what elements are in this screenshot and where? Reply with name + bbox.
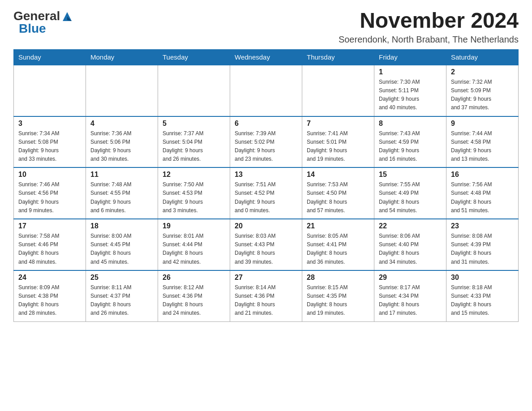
- day-number: 21: [307, 222, 369, 230]
- calendar-week-row: 17Sunrise: 7:58 AM Sunset: 4:46 PM Dayli…: [14, 219, 519, 270]
- day-info: Sunrise: 7:30 AM Sunset: 5:11 PM Dayligh…: [379, 78, 442, 112]
- calendar-cell: 26Sunrise: 8:12 AM Sunset: 4:36 PM Dayli…: [158, 270, 230, 321]
- calendar-cell: 29Sunrise: 8:17 AM Sunset: 4:34 PM Dayli…: [374, 270, 446, 321]
- day-info: Sunrise: 7:41 AM Sunset: 5:01 PM Dayligh…: [307, 129, 369, 164]
- day-info: Sunrise: 8:03 AM Sunset: 4:43 PM Dayligh…: [235, 232, 297, 266]
- calendar-cell: 10Sunrise: 7:46 AM Sunset: 4:56 PM Dayli…: [14, 167, 86, 219]
- calendar-cell: 21Sunrise: 8:05 AM Sunset: 4:41 PM Dayli…: [302, 219, 374, 270]
- day-number: 19: [163, 222, 225, 230]
- day-number: 23: [451, 222, 514, 230]
- calendar-week-row: 3Sunrise: 7:34 AM Sunset: 5:08 PM Daylig…: [14, 116, 519, 168]
- day-info: Sunrise: 8:15 AM Sunset: 4:35 PM Dayligh…: [307, 283, 369, 318]
- calendar-cell: 1Sunrise: 7:30 AM Sunset: 5:11 PM Daylig…: [374, 65, 446, 116]
- day-info: Sunrise: 7:48 AM Sunset: 4:55 PM Dayligh…: [90, 180, 153, 215]
- logo-blue-text: Blue: [19, 21, 46, 36]
- day-number: 9: [451, 120, 514, 128]
- calendar-cell: 13Sunrise: 7:51 AM Sunset: 4:52 PM Dayli…: [230, 167, 302, 219]
- weekday-header-sunday: Sunday: [14, 49, 86, 65]
- calendar-cell: 15Sunrise: 7:55 AM Sunset: 4:49 PM Dayli…: [374, 167, 446, 219]
- calendar-cell: 11Sunrise: 7:48 AM Sunset: 4:55 PM Dayli…: [86, 167, 158, 219]
- calendar-cell: 23Sunrise: 8:08 AM Sunset: 4:39 PM Dayli…: [446, 219, 519, 270]
- calendar-cell: [230, 65, 302, 116]
- month-year-title: November 2024: [339, 9, 519, 33]
- day-info: Sunrise: 8:05 AM Sunset: 4:41 PM Dayligh…: [307, 232, 369, 266]
- day-number: 24: [18, 274, 81, 282]
- weekday-header-tuesday: Tuesday: [158, 49, 230, 65]
- weekday-header-friday: Friday: [374, 49, 446, 65]
- logo: General Blue: [13, 9, 73, 36]
- weekday-header-wednesday: Wednesday: [230, 49, 302, 65]
- calendar-cell: [86, 65, 158, 116]
- day-info: Sunrise: 7:39 AM Sunset: 5:02 PM Dayligh…: [235, 129, 297, 164]
- calendar-cell: 6Sunrise: 7:39 AM Sunset: 5:02 PM Daylig…: [230, 116, 302, 168]
- day-info: Sunrise: 8:17 AM Sunset: 4:34 PM Dayligh…: [379, 283, 442, 318]
- day-info: Sunrise: 8:00 AM Sunset: 4:45 PM Dayligh…: [90, 232, 153, 266]
- day-number: 12: [163, 171, 225, 179]
- calendar-cell: [158, 65, 230, 116]
- day-info: Sunrise: 7:43 AM Sunset: 4:59 PM Dayligh…: [379, 129, 442, 164]
- calendar-cell: [302, 65, 374, 116]
- weekday-header-monday: Monday: [86, 49, 158, 65]
- day-number: 18: [90, 222, 153, 230]
- day-number: 29: [379, 274, 442, 282]
- day-number: 16: [451, 171, 514, 179]
- day-number: 17: [18, 222, 81, 230]
- calendar-cell: 5Sunrise: 7:37 AM Sunset: 5:04 PM Daylig…: [158, 116, 230, 168]
- day-info: Sunrise: 7:46 AM Sunset: 4:56 PM Dayligh…: [18, 180, 81, 215]
- day-number: 14: [307, 171, 369, 179]
- weekday-header-thursday: Thursday: [302, 49, 374, 65]
- location-subtitle: Soerendonk, North Brabant, The Netherlan…: [339, 34, 519, 45]
- day-info: Sunrise: 7:44 AM Sunset: 4:58 PM Dayligh…: [451, 129, 514, 164]
- day-info: Sunrise: 7:55 AM Sunset: 4:49 PM Dayligh…: [379, 180, 442, 215]
- calendar-cell: 8Sunrise: 7:43 AM Sunset: 4:59 PM Daylig…: [374, 116, 446, 168]
- day-info: Sunrise: 8:06 AM Sunset: 4:40 PM Dayligh…: [379, 232, 442, 266]
- calendar-cell: 12Sunrise: 7:50 AM Sunset: 4:53 PM Dayli…: [158, 167, 230, 219]
- day-info: Sunrise: 7:32 AM Sunset: 5:09 PM Dayligh…: [451, 78, 514, 112]
- day-number: 28: [307, 274, 369, 282]
- calendar-cell: 30Sunrise: 8:18 AM Sunset: 4:33 PM Dayli…: [446, 270, 519, 321]
- calendar-cell: 25Sunrise: 8:11 AM Sunset: 4:37 PM Dayli…: [86, 270, 158, 321]
- day-number: 10: [18, 171, 81, 179]
- calendar-cell: 18Sunrise: 8:00 AM Sunset: 4:45 PM Dayli…: [86, 219, 158, 270]
- weekday-header-row: SundayMondayTuesdayWednesdayThursdayFrid…: [14, 49, 519, 65]
- day-info: Sunrise: 7:58 AM Sunset: 4:46 PM Dayligh…: [18, 232, 81, 266]
- day-info: Sunrise: 8:01 AM Sunset: 4:44 PM Dayligh…: [163, 232, 225, 266]
- day-number: 11: [90, 171, 153, 179]
- page-header: General Blue November 2024 Soerendonk, N…: [13, 9, 519, 45]
- day-info: Sunrise: 8:09 AM Sunset: 4:38 PM Dayligh…: [18, 283, 81, 318]
- day-info: Sunrise: 7:50 AM Sunset: 4:53 PM Dayligh…: [163, 180, 225, 215]
- calendar-cell: 7Sunrise: 7:41 AM Sunset: 5:01 PM Daylig…: [302, 116, 374, 168]
- day-info: Sunrise: 8:08 AM Sunset: 4:39 PM Dayligh…: [451, 232, 514, 266]
- day-info: Sunrise: 8:14 AM Sunset: 4:36 PM Dayligh…: [235, 283, 297, 318]
- day-info: Sunrise: 7:36 AM Sunset: 5:06 PM Dayligh…: [90, 129, 153, 164]
- day-number: 30: [451, 274, 514, 282]
- day-number: 8: [379, 120, 442, 128]
- calendar-cell: 22Sunrise: 8:06 AM Sunset: 4:40 PM Dayli…: [374, 219, 446, 270]
- day-number: 4: [90, 120, 153, 128]
- day-number: 13: [235, 171, 297, 179]
- day-number: 2: [451, 68, 514, 76]
- day-number: 26: [163, 274, 225, 282]
- calendar-week-row: 10Sunrise: 7:46 AM Sunset: 4:56 PM Dayli…: [14, 167, 519, 219]
- day-info: Sunrise: 8:12 AM Sunset: 4:36 PM Dayligh…: [163, 283, 225, 318]
- day-info: Sunrise: 7:37 AM Sunset: 5:04 PM Dayligh…: [163, 129, 225, 164]
- calendar-cell: 24Sunrise: 8:09 AM Sunset: 4:38 PM Dayli…: [14, 270, 86, 321]
- calendar-cell: 9Sunrise: 7:44 AM Sunset: 4:58 PM Daylig…: [446, 116, 519, 168]
- day-number: 6: [235, 120, 297, 128]
- day-number: 22: [379, 222, 442, 230]
- day-info: Sunrise: 7:34 AM Sunset: 5:08 PM Dayligh…: [18, 129, 81, 164]
- day-info: Sunrise: 8:11 AM Sunset: 4:37 PM Dayligh…: [90, 283, 153, 318]
- calendar-week-row: 24Sunrise: 8:09 AM Sunset: 4:38 PM Dayli…: [14, 270, 519, 321]
- day-info: Sunrise: 8:18 AM Sunset: 4:33 PM Dayligh…: [451, 283, 514, 318]
- calendar-cell: 4Sunrise: 7:36 AM Sunset: 5:06 PM Daylig…: [86, 116, 158, 168]
- calendar-cell: 2Sunrise: 7:32 AM Sunset: 5:09 PM Daylig…: [446, 65, 519, 116]
- calendar-cell: 27Sunrise: 8:14 AM Sunset: 4:36 PM Dayli…: [230, 270, 302, 321]
- calendar-cell: 16Sunrise: 7:56 AM Sunset: 4:48 PM Dayli…: [446, 167, 519, 219]
- day-number: 20: [235, 222, 297, 230]
- calendar-cell: 3Sunrise: 7:34 AM Sunset: 5:08 PM Daylig…: [14, 116, 86, 168]
- day-number: 15: [379, 171, 442, 179]
- day-number: 5: [163, 120, 225, 128]
- day-number: 1: [379, 68, 442, 76]
- title-block: November 2024 Soerendonk, North Brabant,…: [339, 9, 519, 45]
- day-number: 7: [307, 120, 369, 128]
